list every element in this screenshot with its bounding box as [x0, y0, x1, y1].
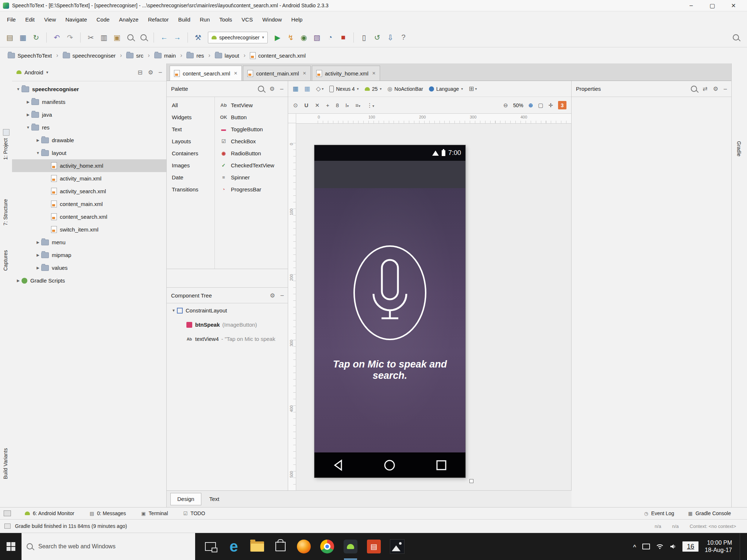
palette-category-containers[interactable]: Containers — [167, 147, 214, 159]
menu-item-window[interactable]: Window — [258, 16, 286, 23]
palette-category-date[interactable]: Date — [167, 171, 214, 183]
redo-icon[interactable]: ↷ — [65, 32, 76, 43]
breadcrumb-layout[interactable]: layout — [212, 51, 242, 60]
api-selector[interactable]: 25 ▾ — [365, 86, 382, 92]
tree-item-mipmap[interactable]: ▶mipmap — [12, 249, 166, 261]
chrome-icon[interactable] — [316, 533, 339, 560]
tool-button-terminal[interactable]: ▣Terminal — [141, 510, 168, 516]
start-button[interactable] — [0, 533, 22, 560]
menu-item-file[interactable]: File — [2, 16, 20, 23]
tree-item-values[interactable]: ▶values — [12, 261, 166, 274]
design-mode-icon[interactable]: ▦ — [293, 85, 298, 93]
palette-category-transitions[interactable]: Transitions — [167, 183, 214, 195]
default-margin-icon[interactable]: 8 — [336, 102, 339, 108]
device-preview[interactable]: 7:00 Tap on Mic to speak and search. — [314, 145, 465, 478]
pan-icon[interactable]: ✛ — [548, 102, 553, 109]
properties-expand-icon[interactable]: ⇄ — [703, 85, 707, 92]
file-explorer-icon[interactable] — [245, 533, 269, 560]
palette-item-togglebutton[interactable]: ▬ToggleButton — [215, 123, 288, 135]
palette-item-progressbar[interactable]: ◔ProgressBar — [215, 183, 288, 195]
zoom-fit-icon[interactable]: ▢ — [538, 102, 543, 109]
wifi-icon[interactable] — [656, 544, 663, 549]
tree-item-layout[interactable]: ▼layout — [12, 147, 166, 159]
breadcrumb-main[interactable]: main — [152, 51, 179, 60]
tree-item-java[interactable]: ▶java — [12, 108, 166, 121]
zoom-in-icon[interactable]: ⊕ — [529, 102, 533, 109]
component-btnspeak[interactable]: btnSpeak(ImageButton) — [167, 318, 288, 332]
help-icon[interactable]: ? — [398, 32, 409, 43]
palette-item-textview[interactable]: AbTextView — [215, 99, 288, 111]
tree-item-manifests[interactable]: ▶manifests — [12, 96, 166, 108]
settings-icon[interactable]: ⚙ — [148, 69, 153, 76]
android-studio-icon[interactable] — [339, 533, 362, 560]
menu-item-help[interactable]: Help — [287, 16, 307, 23]
tree-item-activity-home-xml[interactable]: activity_home.xml — [12, 159, 166, 172]
sdk-manager-icon[interactable]: ⇩ — [385, 32, 396, 43]
collapse-all-icon[interactable]: ⊟ — [138, 69, 142, 76]
sync-icon[interactable]: ↻ — [31, 32, 42, 43]
cut-icon[interactable]: ✂ — [85, 32, 96, 43]
tree-item-drawable[interactable]: ▶drawable — [12, 134, 166, 147]
palette-hide-icon[interactable]: – — [280, 86, 283, 92]
palette-category-images[interactable]: Images — [167, 159, 214, 171]
editor-tab-content-search-xml[interactable]: content_search.xml✕ — [170, 66, 242, 81]
project-tool-icon[interactable] — [3, 129, 9, 136]
avd-manager-icon[interactable]: ▯ — [359, 32, 369, 43]
infer-constraints-icon[interactable]: + — [326, 102, 329, 108]
properties-search-icon[interactable] — [691, 86, 697, 92]
tree-item-res[interactable]: ▼res — [12, 121, 166, 134]
tree-item-speechrecogniser[interactable]: ▼speechrecogniser — [12, 83, 166, 96]
blueprint-mode-icon[interactable]: ▦ — [304, 85, 310, 93]
palette-category-widgets[interactable]: Widgets — [167, 111, 214, 123]
guideline-icon[interactable]: I▾ — [345, 102, 349, 108]
stop-icon[interactable]: ■ — [338, 32, 349, 43]
breadcrumb-speechtotext[interactable]: SpeechToText — [5, 51, 54, 60]
mode-tab-text[interactable]: Text — [203, 493, 226, 505]
search-everywhere-icon[interactable] — [733, 34, 739, 40]
menu-item-code[interactable]: Code — [92, 16, 114, 23]
volume-icon[interactable] — [670, 544, 676, 549]
component-tree-hide-icon[interactable]: – — [280, 292, 284, 299]
back-icon[interactable]: ← — [159, 32, 170, 43]
properties-settings-icon[interactable]: ⚙ — [713, 85, 718, 92]
profiler-icon[interactable]: ◔ — [325, 32, 336, 43]
notification-count-badge[interactable]: 16 — [682, 541, 698, 552]
show-desktop-button[interactable] — [740, 533, 742, 560]
menu-item-build[interactable]: Build — [173, 16, 195, 23]
properties-hide-icon[interactable]: – — [724, 86, 727, 92]
coverage-icon[interactable]: ▧ — [311, 32, 322, 43]
autoconnect-icon[interactable]: U — [305, 102, 309, 108]
menu-item-vcs[interactable]: VCS — [237, 16, 258, 23]
make-project-icon[interactable]: ⚒ — [193, 32, 204, 43]
component-textview4[interactable]: AbtextView4- "Tap on Mic to speak — [167, 332, 288, 346]
tree-item-activity-search-xml[interactable]: activity_search.xml — [12, 185, 166, 198]
mode-tab-design[interactable]: Design — [170, 493, 201, 505]
hide-panel-icon[interactable]: – — [159, 69, 162, 75]
breadcrumb-speechrecogniser[interactable]: speechrecogniser — [60, 51, 118, 60]
menu-item-run[interactable]: Run — [195, 16, 215, 23]
apply-changes-icon[interactable]: ↯ — [285, 32, 296, 43]
replace-icon[interactable] — [138, 32, 149, 43]
breadcrumb-src[interactable]: src — [124, 51, 146, 60]
clear-constraints-icon[interactable]: ✕ — [315, 102, 320, 109]
canvas-resize-handle[interactable] — [469, 479, 473, 483]
mic-button[interactable] — [348, 241, 432, 347]
palette-item-spinner[interactable]: ≡Spinner — [215, 171, 288, 183]
language-selector[interactable]: Language ▾ — [429, 86, 463, 92]
maximize-button[interactable]: ▢ — [702, 0, 723, 11]
project-view-selector[interactable]: Android — [24, 69, 43, 75]
tray-expand-icon[interactable]: ^ — [633, 544, 636, 550]
tree-item-menu[interactable]: ▶menu — [12, 236, 166, 249]
show-constraints-icon[interactable]: ⊙ — [293, 102, 298, 109]
palette-category-layouts[interactable]: Layouts — [167, 135, 214, 147]
tool-tab-captures[interactable]: Captures — [3, 250, 8, 271]
orientation-icon[interactable]: ◇▾ — [316, 85, 324, 93]
palette-item-checkbox[interactable]: ☑CheckBox — [215, 135, 288, 147]
debug-icon[interactable]: ◉ — [298, 32, 309, 43]
run-config-selector[interactable]: speechrecogniser▾ — [208, 32, 268, 43]
paste-icon[interactable]: ▣ — [112, 32, 123, 43]
firefox-icon[interactable] — [292, 533, 316, 560]
tree-item-gradle-scripts[interactable]: ▶Gradle Scripts — [12, 274, 166, 287]
search-input[interactable] — [22, 533, 195, 560]
tool-tab-gradle[interactable]: Gradle — [736, 141, 742, 156]
